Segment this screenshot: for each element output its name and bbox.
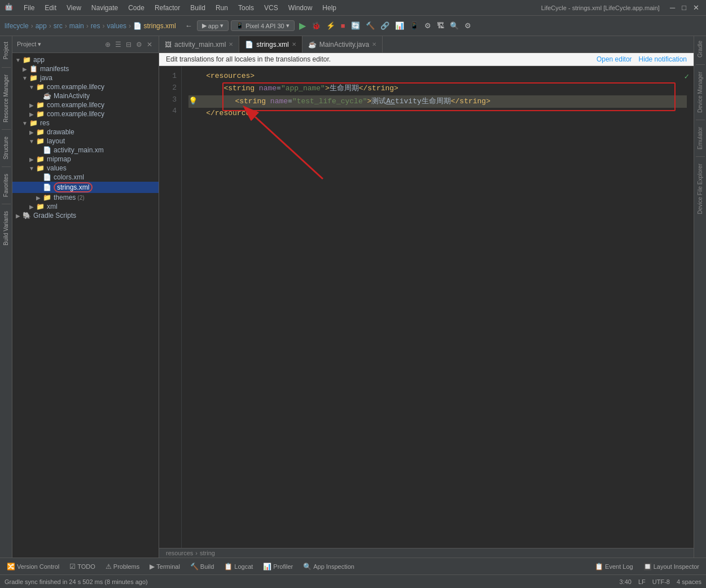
breadcrumb-values[interactable]: values [107, 22, 126, 30]
code-content[interactable]: ✓ <resources> <string name="app_nam [182, 66, 694, 548]
breadcrumb-app[interactable]: app [36, 22, 47, 30]
status-bar: Gradle sync finished in 24 s 502 ms (8 m… [0, 574, 706, 588]
tree-item-themes[interactable]: ▶ 📁 themes (2) [12, 193, 159, 202]
layout-inspector-icon: 🔲 [643, 563, 652, 571]
menu-view[interactable]: View [62, 3, 86, 13]
sync-button[interactable]: 🔄 [349, 20, 362, 31]
tree-item-com3[interactable]: ▶ 📁 com.example.lifecy [12, 109, 159, 119]
maximize-button[interactable]: □ [679, 2, 689, 13]
panel-settings[interactable]: ⚙ [134, 40, 144, 49]
terminal-tool[interactable]: ▶ Terminal [145, 561, 185, 572]
tree-item-mainactivity[interactable]: ☕ MainActivity [12, 91, 159, 100]
tree-item-mipmap[interactable]: ▶ 📁 mipmap [12, 155, 159, 164]
menu-tools[interactable]: Tools [234, 3, 258, 13]
panel-close[interactable]: ✕ [145, 40, 154, 49]
debug-button[interactable]: 🐞 [309, 20, 323, 31]
tree-item-values[interactable]: ▼ 📁 values [12, 164, 159, 173]
tab-activity-main-xml[interactable]: 🖼 activity_main.xml ✕ [159, 36, 239, 52]
tab-mainactivity-java[interactable]: ☕ MainActivity.java ✕ [302, 36, 383, 52]
avd-manager-button[interactable]: 📱 [407, 20, 421, 31]
open-editor-link[interactable]: Open editor [597, 55, 632, 63]
app-config-selector[interactable]: ▶ app ▾ [197, 20, 229, 31]
panel-scroll-to-file[interactable]: ☰ [113, 40, 123, 49]
favorites-tab[interactable]: Favorites [2, 172, 10, 199]
device-file-explorer-tab[interactable]: Device File Explorer [696, 161, 704, 216]
breadcrumb-res[interactable]: res [91, 22, 100, 30]
build-tool[interactable]: 🔨 Build [186, 561, 218, 572]
stop-button[interactable]: ■ [339, 20, 348, 31]
project-panel-header: Project ▾ ⊕ ☰ ⊟ ⚙ ✕ [12, 36, 159, 53]
problems-tool[interactable]: ⚠ Problems [101, 561, 144, 572]
search-everywhere-button[interactable]: 🔍 [448, 20, 461, 31]
tree-item-activity-main-xml[interactable]: 📄 activity_main.xm [12, 146, 159, 155]
project-structure-button[interactable]: 🏗 [435, 20, 446, 31]
tab-activity-main-xml-close[interactable]: ✕ [229, 41, 233, 47]
structure-tab[interactable]: Structure [2, 134, 10, 162]
menu-vcs[interactable]: VCS [260, 3, 283, 13]
breadcrumb-lifecycle[interactable]: lifecycle [5, 22, 29, 30]
tree-item-com2[interactable]: ▶ 📁 com.example.lifecy [12, 100, 159, 109]
tree-item-app[interactable]: ▼ 📁 app [12, 55, 159, 64]
breadcrumb-main[interactable]: main [69, 22, 84, 30]
emulator-tab[interactable]: Emulator [696, 125, 704, 152]
hide-notification-link[interactable]: Hide notification [639, 55, 687, 63]
tab-strings-xml[interactable]: 📄 strings.xml ✕ [239, 36, 302, 52]
menu-help[interactable]: Help [318, 3, 341, 13]
settings-button[interactable]: ⚙ [462, 20, 473, 31]
gradle-tab[interactable]: Gradle [696, 38, 704, 60]
tree-item-manifests[interactable]: ▶ 📋 manifests [12, 64, 159, 73]
tab-strings-xml-close[interactable]: ✕ [292, 41, 296, 47]
menu-navigate[interactable]: Navigate [87, 3, 122, 13]
tree-item-xml[interactable]: ▶ 📁 xml [12, 202, 159, 211]
menu-window[interactable]: Window [284, 3, 317, 13]
profile-button[interactable]: ⚡ [324, 20, 337, 31]
project-panel: Project ▾ ⊕ ☰ ⊟ ⚙ ✕ ▼ 📁 app ▶ 📋 m [12, 36, 159, 558]
build-button[interactable]: 🔨 [363, 20, 377, 31]
app-inspection-icon: 🔍 [303, 563, 312, 571]
navigate-back-button[interactable]: ← [183, 20, 195, 31]
todo-tool[interactable]: ☑ TODO [65, 561, 100, 572]
device-selector[interactable]: 📱 Pixel 4 API 30 ▾ [231, 20, 295, 31]
panel-collapse-all[interactable]: ⊟ [124, 40, 133, 49]
tree-item-layout[interactable]: ▼ 📁 layout [12, 137, 159, 146]
breadcrumb-src[interactable]: src [54, 22, 63, 30]
close-button[interactable]: ✕ [691, 2, 701, 13]
profiler-tool[interactable]: 📊 Profiler [258, 561, 297, 572]
tree-item-drawable[interactable]: ▶ 📁 drawable [12, 128, 159, 137]
resource-manager-tab[interactable]: Resource Manager [2, 72, 10, 125]
code-editor[interactable]: 1 2 3 4 ✓ <resources> [159, 66, 694, 548]
run-button[interactable]: ▶ [297, 19, 308, 32]
event-log-tool[interactable]: 📋 Event Log [590, 561, 638, 572]
menu-file[interactable]: File [19, 3, 39, 13]
version-control-tool[interactable]: 🔀 Version Control [2, 561, 64, 572]
tree-item-colors-xml[interactable]: 📄 colors.xml [12, 173, 159, 182]
tree-item-java[interactable]: ▼ 📁 java [12, 73, 159, 82]
minimize-button[interactable]: ─ [668, 2, 677, 13]
menu-run[interactable]: Run [211, 3, 233, 13]
menu-edit[interactable]: Edit [40, 3, 61, 13]
menu-refactor[interactable]: Refactor [150, 3, 185, 13]
logcat-tool[interactable]: 📋 Logcat [220, 561, 257, 572]
coverage-button[interactable]: 📊 [393, 20, 406, 31]
tree-item-res[interactable]: ▼ 📁 res [12, 119, 159, 128]
panel-navigate-back[interactable]: ⊕ [103, 40, 112, 49]
app-inspection-label: App Inspection [313, 563, 354, 570]
breadcrumb-file[interactable]: 📄 strings.xml [133, 22, 176, 30]
device-manager-tab[interactable]: Device Manager [696, 69, 704, 115]
menu-code[interactable]: Code [124, 3, 149, 13]
tab-mainactivity-java-close[interactable]: ✕ [372, 41, 376, 47]
code-line-1: <resources> [188, 71, 687, 82]
menu-build[interactable]: Build [186, 3, 210, 13]
sdk-manager-button[interactable]: ⚙ [422, 20, 433, 31]
breadcrumb-resources[interactable]: resources [166, 550, 193, 556]
tree-item-com1[interactable]: ▼ 📁 com.example.lifecy [12, 82, 159, 91]
breadcrumb-string[interactable]: string [200, 550, 215, 556]
build-variants-tab[interactable]: Build Variants [2, 209, 10, 248]
app-inspection-tool[interactable]: 🔍 App Inspection [299, 561, 359, 572]
tree-item-gradle-scripts[interactable]: ▶ 🐘 Gradle Scripts [12, 211, 159, 220]
project-tab[interactable]: Project [2, 38, 10, 63]
tree-item-strings-xml[interactable]: 📄 strings.xml [12, 182, 159, 193]
layout-inspector-tool[interactable]: 🔲 Layout Inspector [639, 561, 704, 572]
editor-tabs: 🖼 activity_main.xml ✕ 📄 strings.xml ✕ ☕ … [159, 36, 694, 53]
attach-debugger-button[interactable]: 🔗 [378, 20, 392, 31]
